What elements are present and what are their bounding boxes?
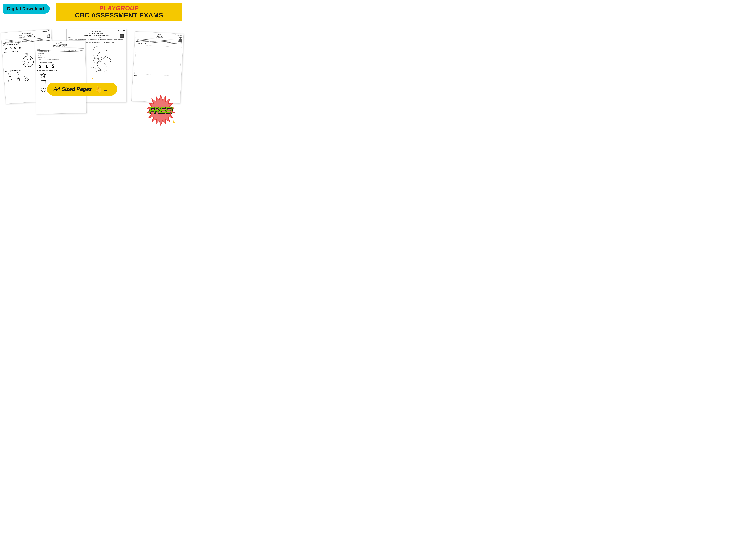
sheet-logo-3: chalkboard bbox=[67, 30, 126, 33]
question-2-2: 2.Match the shapes below (3 mks) bbox=[37, 69, 84, 72]
svg-text:d: d bbox=[30, 58, 31, 60]
svg-text:b: b bbox=[25, 61, 26, 63]
heart-shape bbox=[41, 87, 47, 93]
svg-point-32 bbox=[95, 59, 109, 73]
sheet-scan-4: SCAN ME bbox=[179, 37, 182, 42]
sheet-title-3: EARLY LEARNING bbox=[67, 33, 126, 34]
rubric-table-3: Assessment Rubrics Exceeds Expectations … bbox=[68, 39, 125, 41]
name-date-row: Name: Date: bbox=[68, 37, 125, 39]
svg-text:b: b bbox=[27, 59, 28, 60]
svg-line-23 bbox=[26, 77, 27, 79]
decorative-elements: 👁 👃 bbox=[169, 120, 175, 123]
rubric-table-2: Assessment Rubrics Exceeds Expectations … bbox=[36, 50, 84, 52]
digital-download-badge: Digital Download bbox=[3, 4, 50, 14]
svg-line-17 bbox=[18, 76, 20, 77]
question-2-1b: b) Name a sh bbox=[38, 56, 84, 58]
sheet-score-3: SCORE: /10 bbox=[118, 30, 125, 32]
svg-text:a: a bbox=[24, 63, 25, 64]
eye-icon: 👁 bbox=[169, 120, 171, 123]
playgroup-title: PLAYGROUP bbox=[63, 5, 175, 12]
sheet-math-header: chalkboard EARLY LEARNING MATHEMATICAL A… bbox=[35, 41, 85, 48]
svg-line-13 bbox=[10, 76, 12, 77]
free-text: FREE! bbox=[149, 106, 173, 115]
svg-text:d: d bbox=[29, 62, 31, 64]
sheet-subtitle-3: CREATIVE & PSYCHOMOTOR ACTIVITIES bbox=[67, 34, 126, 36]
svg-line-16 bbox=[16, 76, 19, 77]
svg-line-12 bbox=[8, 76, 10, 78]
a4-label: A4 Sized Pages bbox=[53, 86, 92, 92]
svg-point-14 bbox=[17, 72, 19, 75]
header: Digital Download PLAYGROUP CBC ASSESSMEN… bbox=[0, 0, 187, 23]
svg-text:c: c bbox=[24, 60, 25, 62]
sheet-scan-3: SCAN ME For more greatlearning resources bbox=[119, 32, 125, 39]
svg-line-15 bbox=[18, 74, 19, 78]
svg-rect-27 bbox=[41, 81, 46, 85]
svg-text:a: a bbox=[28, 61, 29, 63]
a4-callout: A4 Sized Pages 👆 bbox=[47, 83, 117, 96]
nose-icon: 👃 bbox=[172, 120, 175, 123]
sheet-math: chalkboard EARLY LEARNING MATHEMATICAL A… bbox=[35, 40, 86, 114]
svg-point-29 bbox=[93, 46, 100, 59]
square-shape bbox=[41, 80, 46, 86]
star-shape bbox=[40, 73, 46, 78]
svg-line-11 bbox=[10, 75, 10, 79]
hand-cursor-icon: 👆 bbox=[93, 84, 103, 95]
free-burst: FREE! 👁 👃 bbox=[145, 94, 177, 127]
svg-text:a: a bbox=[29, 60, 31, 61]
question-2-1c: c) What number comes after number 3 ? bbox=[38, 58, 84, 60]
svg-marker-26 bbox=[41, 73, 46, 78]
sheet-creative-header: chalkboard SCORE: /10 SCAN ME For more g… bbox=[67, 29, 126, 36]
action-lines-icon bbox=[104, 87, 111, 92]
svg-text:✋: ✋ bbox=[92, 78, 93, 79]
cbc-title: CBC ASSESSMENT EXAMS bbox=[63, 12, 175, 19]
svg-point-10 bbox=[8, 73, 11, 75]
svg-text:e: e bbox=[27, 63, 28, 65]
svg-point-30 bbox=[95, 48, 109, 62]
sheet-body-4: Date: Approaches Expectations (A.E) Belo… bbox=[133, 37, 183, 80]
big-numbers: 315 bbox=[39, 63, 84, 69]
question-2-1d: d) Read the numbers below bbox=[38, 61, 84, 63]
sheet-scan-1: SCAN ME bbox=[47, 32, 50, 38]
name-line-3: Name: bbox=[68, 37, 95, 38]
apple-drawing: c b a a e d b a d bbox=[19, 52, 36, 69]
title-block: PLAYGROUP CBC ASSESSMENT EXAMS bbox=[56, 3, 182, 21]
sheet-activities: board SCORE: /20 SCAN ME RNING L ACTIVIT… bbox=[131, 31, 184, 103]
svg-point-33 bbox=[94, 58, 99, 63]
svg-point-31 bbox=[98, 57, 111, 64]
docs-container: chalkboard SCORE: /20 SCAN ME EARLY LEAR… bbox=[3, 24, 183, 135]
